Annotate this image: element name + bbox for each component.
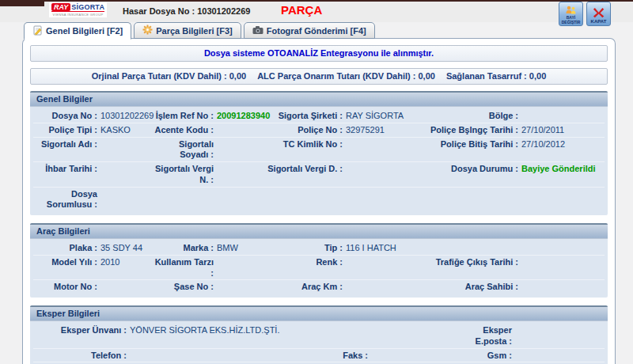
field-cell: Eksper E.posta : (453, 325, 605, 347)
field-row: Eksper Ünvanı :YÖNVER SİGORTA EKS.HİZ.LT… (33, 324, 605, 349)
field-cell: İhbar Tarihi : (33, 164, 152, 186)
field-cell (429, 243, 605, 254)
field-value: 32975291 (346, 125, 385, 136)
close-button[interactable]: KAPAT (586, 2, 611, 26)
field-cell: Sigorta Şirketi :RAY SİGORTA (263, 111, 429, 122)
field-value: 27/10/2012 (521, 139, 565, 150)
close-icon (593, 7, 605, 19)
field-label: Dosya Sorumlusu : (33, 189, 97, 211)
field-value: Bayiye Gönderildi (521, 164, 596, 175)
ray-sigorta-logo: RAY SİGORTA VIENNA INSURANCE GROUP (49, 2, 107, 17)
field-cell: Eksper Ünvanı :YÖNVER SİGORTA EKS.HİZ.LT… (33, 325, 263, 347)
field-cell: Renk : (263, 257, 429, 279)
page-title: PARÇA (281, 3, 322, 17)
field-cell: Bölge : (429, 111, 605, 122)
field-row: İhbar Tarihi :Sigortalı Vergi N. :Sigort… (33, 162, 605, 188)
field-cell: Sigortalı Vergi D. : (263, 164, 429, 186)
field-cell: Tip :116 I HATCH (263, 243, 429, 254)
field-cell: Poliçe Tipi :KASKO (33, 125, 152, 136)
field-label: Araç Sahibi : (429, 282, 518, 293)
field-cell: Motor No : (33, 282, 152, 293)
field-label: Sigortalı Adı : (33, 139, 97, 150)
field-cell (263, 189, 429, 211)
field-cell: Plaka :35 SDY 44 (33, 243, 152, 254)
field-cell: Poliçe Bşlngç Tarihi :27/10/2011 (429, 125, 605, 136)
field-label: Poliçe Tipi : (33, 125, 97, 136)
field-label: Model Yılı : (33, 257, 97, 268)
tab-genel-bilgileri-f2[interactable]: Genel Bilgileri [F2] (24, 22, 131, 40)
section-body: Plaka :35 SDY 44Marka :BMWTip :116 I HAT… (30, 239, 608, 298)
tab-fotograf-g-nderimi-f4[interactable]: Fotograf Gönderimi [F4] (244, 22, 375, 39)
field-cell: Dosya Sorumlusu : (33, 189, 152, 211)
field-cell: TC Kimlik No : (263, 139, 429, 161)
tab-par-a-bilgileri-f3[interactable]: Parça Bilgileri [F3] (134, 22, 241, 39)
field-label: Sigortalı Vergi D. : (263, 164, 343, 175)
field-label: TC Kimlik No : (263, 139, 343, 150)
field-label: Gsm : (453, 351, 512, 362)
logo-subtitle: VIENNA INSURANCE GROUP (51, 11, 104, 17)
field-cell: Model Yılı :2010 (33, 257, 152, 279)
field-label: Bölge : (429, 111, 518, 122)
field-value: 116 I HATCH (346, 243, 396, 254)
tab-label: Parça Bilgileri [F3] (156, 26, 233, 36)
field-row: Motor No :Şase No :Araç Km :Araç Sahibi … (33, 280, 605, 294)
field-cell: Şase No : (152, 282, 263, 293)
field-label: Sigorta Şirketi : (263, 111, 343, 122)
field-cell: Kullanım Tarzı : (152, 257, 263, 279)
section-body: Eksper Ünvanı :YÖNVER SİGORTA EKS.HİZ.LT… (30, 321, 608, 364)
field-cell: Dosya No :10301202269 (33, 111, 152, 122)
field-value: KASKO (100, 125, 131, 136)
header-bar: RAY SİGORTA VIENNA INSURANCE GROUP Hasar… (0, 0, 633, 22)
field-label: Motor No : (33, 282, 97, 293)
field-cell: Araç Km : (263, 282, 429, 293)
field-label: Renk : (263, 257, 343, 268)
field-value: 10301202269 (100, 111, 154, 122)
field-cell: Sigortalı Soyadı : (152, 139, 263, 161)
change-dealer-label: BAYİ DEĞİŞTİR (559, 16, 582, 25)
field-cell (263, 325, 453, 347)
field-label: Tip : (263, 243, 343, 254)
field-label: Plaka : (33, 243, 97, 254)
change-dealer-button[interactable]: BAYİ DEĞİŞTİR (559, 2, 583, 26)
field-label: Araç Km : (263, 282, 343, 293)
field-label: Faks : (263, 351, 368, 362)
field-value: BMW (217, 243, 238, 254)
gear-icon (142, 25, 153, 36)
section-body: Dosya No :10301202269İşlem Ref No :20091… (30, 107, 608, 215)
note-icon (32, 25, 43, 37)
field-value: 2010 (100, 257, 119, 268)
field-label: İhbar Tarihi : (33, 164, 97, 175)
field-row: Dosya No :10301202269İşlem Ref No :20091… (33, 109, 605, 123)
close-label: KAPAT (591, 19, 607, 25)
field-cell (429, 189, 605, 211)
logo-sigorta-text: SİGORTA (71, 3, 104, 11)
field-label: Telefon : (33, 351, 127, 362)
field-value: YÖNVER SİGORTA EKS.HİZ.LTD.ŞTİ. (130, 325, 279, 336)
tab-label: Fotograf Gönderimi [F4] (267, 26, 366, 36)
camera-icon (252, 25, 263, 36)
field-cell: Faks : (263, 351, 453, 362)
claim-file-number: Hasar Dosya No : 10301202269 (123, 6, 250, 16)
field-cell: Acente Kodu : (152, 125, 263, 136)
field-label: Poliçe Bitiş Tarihi : (429, 139, 518, 150)
tab-bar: Genel Bilgileri [F2]Parça Bilgileri [F3]… (24, 22, 375, 40)
field-cell: İşlem Ref No :20091283940 (152, 111, 263, 122)
field-cell: Poliçe No :32975291 (263, 125, 429, 136)
sections-container: Genel BilgilerDosya No :10301202269İşlem… (28, 91, 609, 364)
field-cell: Telefon : (33, 351, 263, 362)
field-label: Trafiğe Çıkış Tarihi : (429, 257, 518, 268)
total-item: Sağlanan Tasarruf : 0,00 (446, 71, 546, 81)
field-cell: Dosya Durumu :Bayiye Gönderildi (429, 164, 605, 186)
field-label: Poliçe No : (263, 125, 343, 136)
field-cell: Trafiğe Çıkış Tarihi : (429, 257, 605, 279)
content-panel: Dosya sisteme OTOANALİZ Entegrasyonu ile… (22, 38, 616, 364)
field-cell: Sigortalı Vergi N. : (152, 164, 263, 186)
integration-message: Dosya sisteme OTOANALİZ Entegrasyonu ile… (30, 45, 608, 62)
field-value: 27/10/2011 (521, 125, 564, 136)
field-label: Dosya Durumu : (429, 164, 518, 175)
field-cell: Araç Sahibi : (429, 282, 605, 293)
tab-label: Genel Bilgileri [F2] (46, 26, 123, 36)
field-label: Poliçe Bşlngç Tarihi : (429, 125, 518, 136)
field-row: Plaka :35 SDY 44Marka :BMWTip :116 I HAT… (33, 241, 605, 256)
field-row: Dosya Sorumlusu : (33, 188, 605, 212)
